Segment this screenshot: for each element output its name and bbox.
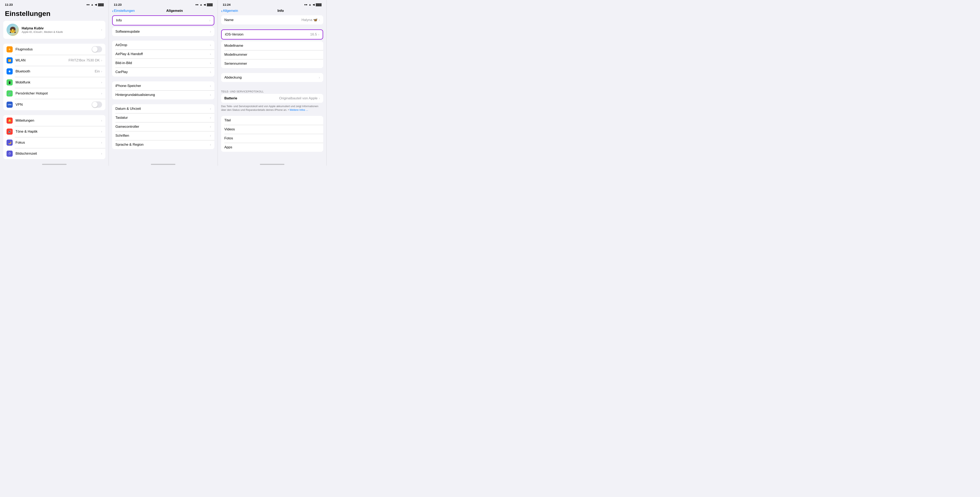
bildschirmzeit-icon: ⏱ — [6, 151, 13, 157]
info-label: Info — [116, 18, 209, 22]
batterie-label: Batterie — [224, 96, 279, 100]
bildschirmzeit-chevron: › — [101, 152, 102, 156]
wlan-label: WLAN — [16, 58, 68, 62]
seriennummer-row: Seriennummer — [221, 59, 323, 68]
batterie-value: Originalbauteil von Apple — [279, 96, 318, 100]
bluetooth-chevron: › — [101, 69, 102, 73]
mobilfunk-row[interactable]: 📱 Mobilfunk › — [3, 77, 105, 88]
schriften-row[interactable]: Schriften › — [112, 131, 214, 140]
tastatur-chevron: › — [210, 116, 211, 120]
hotspot-icon: 🔗 — [6, 91, 13, 97]
vpn-row[interactable]: VPN VPN — [3, 99, 105, 110]
airdrop-chevron: › — [210, 43, 211, 47]
bluetooth-label: Bluetooth — [16, 69, 95, 73]
tastatur-label: Tastatur — [115, 116, 210, 120]
titel-label: Titel — [224, 118, 320, 122]
location-icon-3: ◀ — [313, 3, 315, 6]
vpn-icon: VPN — [6, 102, 13, 108]
battery-icon-3: ▓▓▓ — [316, 3, 321, 6]
nav-bar-3: ‹ Allgemein Info — [218, 8, 326, 15]
iphone-speicher-row[interactable]: iPhone-Speicher › — [112, 81, 214, 91]
datum-row[interactable]: Datum & Uhrzeit › — [112, 104, 214, 113]
profile-info: Halyna Kubiv Apple-ID, iCloud+, Medien &… — [22, 26, 98, 33]
iphone-speicher-label: iPhone-Speicher — [115, 84, 210, 88]
hotspot-row[interactable]: 🔗 Persönlicher Hotspot › — [3, 88, 105, 99]
sprache-row[interactable]: Sprache & Region › — [112, 140, 214, 149]
mobilfunk-label: Mobilfunk — [16, 80, 101, 84]
airdrop-section: AirDrop › AirPlay & Handoff › Bild-in-Bi… — [112, 41, 214, 76]
datum-label: Datum & Uhrzeit — [115, 107, 210, 111]
bildschirmzeit-label: Bildschirmzeit — [16, 152, 101, 156]
allgemein-content: Info › Softwareupdate › AirDrop › — [109, 15, 218, 162]
schriften-label: Schriften — [115, 133, 210, 138]
speicher-card: iPhone-Speicher › Hintergrundaktualisier… — [112, 81, 214, 99]
nav-back-label-3: Allgemein — [223, 9, 238, 13]
nav-bar-2: ‹ Einstellungen Allgemein — [109, 8, 218, 15]
bluetooth-value: Ein — [95, 69, 100, 73]
hintergrundaktualisierung-row[interactable]: Hintergrundaktualisierung › — [112, 91, 214, 99]
airdrop-card: AirDrop › AirPlay & Handoff › Bild-in-Bi… — [112, 41, 214, 76]
software-card: Softwareupdate › — [112, 27, 214, 36]
gamecontroller-chevron: › — [210, 125, 211, 129]
status-time-2: 11:23 — [114, 3, 121, 6]
info-highlighted-row[interactable]: Info › — [112, 15, 214, 25]
flugmodus-toggle[interactable] — [92, 46, 102, 52]
airdrop-row[interactable]: AirDrop › — [112, 41, 214, 49]
home-bar-2 — [151, 164, 175, 165]
vpn-toggle[interactable] — [92, 102, 102, 108]
service-text: Das Teile- und Serviceprotokoll wird von… — [221, 103, 323, 114]
bluetooth-row[interactable]: ✱ Bluetooth Ein › — [3, 66, 105, 77]
connectivity-card: ✈ Flugmodus 📶 WLAN FRITZ!Box 7530 DK › — [3, 44, 105, 110]
mitteilungen-row[interactable]: 🔔 Mitteilungen › — [3, 115, 105, 126]
info-row[interactable]: Info › — [113, 16, 213, 25]
modellnummer-row: Modellnummer — [221, 50, 323, 59]
iphone-speicher-chevron: › — [210, 84, 211, 88]
wlan-chevron: › — [101, 58, 102, 62]
batterie-chevron: › — [319, 96, 320, 100]
toene-row[interactable]: 🔊 Töne & Haptik › — [3, 126, 105, 137]
bildschirmzeit-row[interactable]: ⏱ Bildschirmzeit › — [3, 148, 105, 159]
status-time-1: 11:23 — [5, 3, 13, 6]
abdeckung-card: Abdeckung › — [221, 73, 323, 82]
connectivity-section: ✈ Flugmodus 📶 WLAN FRITZ!Box 7530 DK › — [3, 44, 105, 110]
ios-version-row[interactable]: iOS-Version 16.5 › — [222, 30, 323, 39]
gamecontroller-label: Gamecontroller — [115, 125, 210, 129]
fotos-label: Fotos — [224, 136, 320, 140]
sprache-chevron: › — [210, 143, 211, 147]
signal-icon: ●● — [86, 3, 90, 6]
profile-row[interactable]: 👧 Halyna Kubiv Apple-ID, iCloud+, Medien… — [3, 21, 105, 39]
name-chevron: › — [319, 18, 320, 22]
name-row[interactable]: Name Halyna 🦋 › — [221, 15, 323, 24]
flugmodus-row[interactable]: ✈ Flugmodus — [3, 44, 105, 55]
abdeckung-label: Abdeckung — [224, 76, 319, 79]
profile-sub: Apple-ID, iCloud+, Medien & Käufe — [22, 30, 98, 33]
tastatur-row[interactable]: Tastatur › — [112, 113, 214, 122]
abdeckung-section: Abdeckung › — [221, 73, 323, 82]
wlan-icon: 📶 — [6, 57, 13, 64]
seriennummer-label: Seriennummer — [224, 62, 320, 66]
bildinbild-row[interactable]: Bild-in-Bild › — [112, 59, 214, 68]
apps-label: Apps — [224, 145, 320, 149]
status-icons-2: ●● ▲ ◀ ▓▓▓ — [196, 3, 213, 6]
fokus-row[interactable]: 🌙 Fokus › — [3, 137, 105, 148]
batterie-row[interactable]: Batterie Originalbauteil von Apple › — [221, 94, 323, 103]
nav-back-2[interactable]: ‹ Einstellungen — [112, 9, 135, 13]
apps-row: Apps — [221, 143, 323, 152]
weitere-infos-link[interactable]: Weitere Infos ... — [290, 108, 308, 111]
ios-version-value: 16.5 — [310, 32, 317, 37]
airplay-row[interactable]: AirPlay & Handoff › — [112, 49, 214, 59]
nav-title-2: Allgemein — [135, 9, 215, 13]
bildinbild-label: Bild-in-Bild — [115, 61, 210, 65]
gamecontroller-row[interactable]: Gamecontroller › — [112, 122, 214, 131]
nav-back-3[interactable]: ‹ Allgemein — [221, 9, 238, 13]
mitteilungen-chevron: › — [101, 119, 102, 122]
videos-row: Videos — [221, 125, 323, 134]
carplay-row[interactable]: CarPlay › — [112, 68, 214, 76]
wlan-row[interactable]: 📶 WLAN FRITZ!Box 7530 DK › — [3, 55, 105, 66]
abdeckung-row[interactable]: Abdeckung › — [221, 73, 323, 82]
ios-version-label: iOS-Version — [225, 32, 310, 37]
softwareupdate-row[interactable]: Softwareupdate › — [112, 27, 214, 36]
airplay-label: AirPlay & Handoff — [115, 52, 210, 56]
status-icons-1: ●● ▲ ◀ ▓▓▓ — [86, 3, 104, 6]
mitteilungen-icon: 🔔 — [6, 118, 13, 124]
